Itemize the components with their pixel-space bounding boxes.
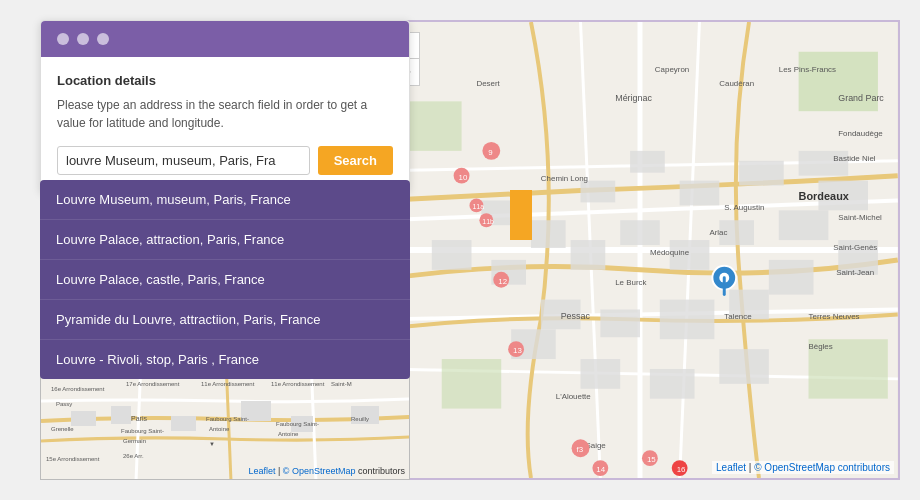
svg-text:Antoine: Antoine [278, 431, 299, 437]
dropdown-item-2[interactable]: Louvre Palace, castle, Paris, France [40, 260, 410, 300]
dropdown-item-1[interactable]: Louvre Palace, attraction, Paris, France [40, 220, 410, 260]
header-dot-2 [77, 33, 89, 45]
svg-text:10: 10 [459, 173, 468, 182]
svg-text:16e Arrondissement: 16e Arrondissement [51, 386, 105, 392]
search-dropdown: Louvre Museum, museum, Paris, France Lou… [40, 180, 410, 379]
svg-text:11e Arrondissement: 11e Arrondissement [271, 381, 325, 387]
svg-text:Caudéran: Caudéran [719, 79, 754, 88]
svg-text:11a: 11a [472, 203, 484, 210]
location-card: Location details Please type an address … [40, 20, 410, 192]
svg-rect-29 [432, 240, 472, 270]
svg-text:Passy: Passy [56, 401, 72, 407]
svg-text:Germain: Germain [123, 438, 146, 444]
location-title: Location details [57, 73, 393, 88]
svg-rect-16 [660, 300, 715, 340]
svg-text:15: 15 [647, 455, 656, 464]
svg-text:11e Arrondissement: 11e Arrondissement [201, 381, 255, 387]
osm-link[interactable]: © OpenStreetMap contributors [754, 462, 890, 473]
main-map[interactable]: Grand Parc Les Pins-Francs Fondaudège Ba… [380, 20, 900, 480]
svg-text:Saint-M: Saint-M [331, 381, 352, 387]
svg-rect-87 [71, 411, 96, 426]
small-leaflet-link[interactable]: Leaflet [248, 466, 275, 476]
svg-text:Faubourg Saint-: Faubourg Saint- [206, 416, 249, 422]
svg-text:9: 9 [488, 148, 493, 157]
svg-rect-31 [600, 309, 640, 337]
svg-text:Arlac: Arlac [709, 228, 727, 237]
svg-rect-89 [171, 416, 196, 431]
svg-rect-18 [571, 240, 606, 270]
search-button[interactable]: Search [318, 146, 393, 175]
svg-rect-34 [650, 369, 695, 399]
card-body: Location details Please type an address … [41, 57, 409, 191]
svg-text:Bastide Niel: Bastide Niel [833, 154, 876, 163]
svg-rect-17 [620, 220, 660, 245]
svg-text:Terres Neuves: Terres Neuves [809, 312, 860, 321]
svg-text:Saint-Jean: Saint-Jean [836, 268, 874, 277]
svg-text:Bordeaux: Bordeaux [799, 190, 849, 202]
leaflet-link[interactable]: Leaflet [716, 462, 746, 473]
svg-text:▼: ▼ [209, 441, 215, 447]
svg-text:11b: 11b [482, 218, 494, 225]
svg-text:Grenelle: Grenelle [51, 426, 74, 432]
card-header [41, 21, 409, 57]
orange-strip [510, 190, 532, 240]
svg-text:Reuilly: Reuilly [351, 416, 369, 422]
svg-text:26e Arr.: 26e Arr. [123, 453, 144, 459]
svg-rect-33 [581, 359, 621, 389]
svg-rect-20 [779, 210, 829, 240]
map-attribution: Leaflet | © OpenStreetMap contributors [712, 461, 894, 474]
svg-rect-11 [442, 359, 501, 409]
svg-rect-25 [581, 181, 616, 203]
svg-text:Pessac: Pessac [561, 311, 591, 321]
svg-text:Paris: Paris [131, 415, 147, 422]
svg-text:L'Alouette: L'Alouette [556, 392, 592, 401]
svg-text:Saint-Genès: Saint-Genès [833, 243, 877, 252]
svg-text:Saint-Michel: Saint-Michel [838, 213, 882, 222]
svg-text:Bègles: Bègles [809, 342, 833, 351]
svg-rect-22 [680, 181, 720, 206]
svg-text:Faubourg Saint-: Faubourg Saint- [121, 428, 164, 434]
svg-text:15e Arrondissement: 15e Arrondissement [46, 456, 100, 462]
svg-text:13: 13 [513, 346, 522, 355]
svg-text:Médoquine: Médoquine [650, 248, 690, 257]
svg-text:Les Pins-Francs: Les Pins-Francs [779, 65, 836, 74]
svg-text:12: 12 [498, 277, 507, 286]
svg-text:Grand Parc: Grand Parc [838, 93, 884, 103]
svg-text:Mérignac: Mérignac [615, 93, 652, 103]
svg-rect-23 [739, 161, 784, 186]
dropdown-item-4[interactable]: Louvre - Rivoli, stop, Paris , France [40, 340, 410, 379]
svg-rect-35 [719, 349, 769, 384]
search-input[interactable] [57, 146, 310, 175]
svg-text:Fondaudège: Fondaudège [838, 129, 883, 138]
svg-text:Chemin Long: Chemin Long [541, 174, 588, 183]
svg-rect-36 [630, 151, 665, 173]
dropdown-item-3[interactable]: Pyramide du Louvre, attractiion, Paris, … [40, 300, 410, 340]
svg-rect-15 [769, 260, 814, 295]
small-map-attribution: Leaflet | © OpenStreetMap contributors [248, 466, 405, 476]
search-row: Search [57, 146, 393, 175]
header-dot-3 [97, 33, 109, 45]
dropdown-item-0[interactable]: Louvre Museum, museum, Paris, France [40, 180, 410, 220]
svg-text:Capeyron: Capeyron [655, 65, 689, 74]
svg-text:Le Burck: Le Burck [615, 278, 646, 287]
svg-text:Talence: Talence [724, 312, 752, 321]
svg-text:Faubourg Saint-: Faubourg Saint- [276, 421, 319, 427]
svg-rect-26 [531, 220, 566, 248]
small-osm-link[interactable]: © OpenStreetMap [283, 466, 356, 476]
svg-text:14: 14 [596, 465, 605, 474]
svg-text:17e Arrondissement: 17e Arrondissement [126, 381, 180, 387]
svg-text:S. Augustin: S. Augustin [724, 203, 764, 212]
location-description: Please type an address in the search fie… [57, 96, 393, 132]
svg-text:Antoine: Antoine [209, 426, 230, 432]
header-dot-1 [57, 33, 69, 45]
svg-text:f3: f3 [577, 445, 584, 454]
svg-text:Desert: Desert [476, 79, 500, 88]
svg-text:16: 16 [677, 465, 686, 474]
svg-rect-88 [111, 406, 131, 424]
